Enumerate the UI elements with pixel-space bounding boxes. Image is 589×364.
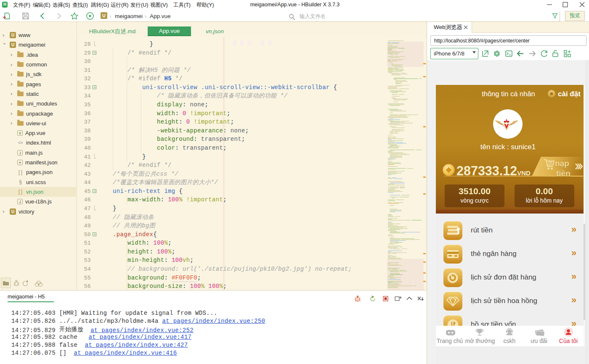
svg-text:Của tôi: Của tôi: [559, 338, 578, 344]
svg-text:cskh: cskh: [504, 338, 516, 344]
svg-text:ưu đãi: ưu đãi: [531, 338, 547, 344]
svg-text:Trang chủ: Trang chủ: [437, 338, 463, 344]
svg-text:mở thưởng: mở thưởng: [465, 338, 495, 344]
